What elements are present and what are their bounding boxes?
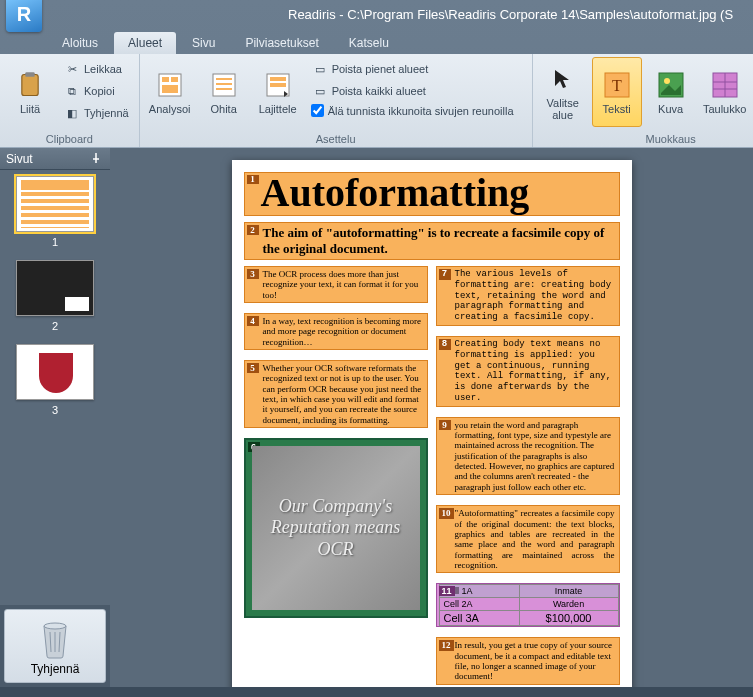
delete-small-icon: ▭ [312,61,328,77]
tab-home[interactable]: Aloitus [48,32,112,54]
svg-rect-5 [162,85,178,93]
table-zone-label: Taulukko [703,103,746,115]
clear-label: Tyhjennä [84,107,129,119]
page-thumbnails: 1 2 3 [0,170,110,605]
group-layout: Analysoi Ohita Lajittele ▭Poista pienet … [140,54,533,147]
app-icon: R [6,0,42,32]
tab-page[interactable]: Sivu [178,32,229,54]
copy-button[interactable]: ⧉Kopioi [59,81,134,101]
page-number-3: 3 [6,404,104,416]
zone-12[interactable]: 12In result, you get a true copy of your… [436,637,620,684]
table-cell: Warden [519,598,618,611]
svg-rect-0 [22,74,38,95]
analyze-button[interactable]: Analysoi [145,57,195,127]
zone-7[interactable]: 7The various levels of formatting are: c… [436,266,620,326]
no-windows-checkbox[interactable]: Älä tunnista ikkunoita sivujen reunoilla [307,103,527,118]
group-edit: Valitse alue TTeksti Kuva Taulukko Viiva… [533,54,753,147]
tab-cloud[interactable]: Pilviasetukset [231,32,332,54]
empty-button[interactable]: Tyhjennä [4,609,106,683]
zone-1-text: Autoformatting [261,170,530,215]
page-thumbnail-2[interactable] [16,260,94,316]
zone-6-image: Our Company's Reputation means OCR [252,446,420,610]
ribbon-tabs: Aloitus Alueet Sivu Pilviasetukset Katse… [0,28,753,54]
cut-button[interactable]: ✂Leikkaa [59,59,134,79]
zone-5-text: Whether your OCR software reformats the … [263,363,422,425]
analyze-icon [154,69,186,101]
title-bar: R Readiris - C:\Program Files\Readiris C… [0,0,753,28]
table-zone-icon [709,69,741,101]
table-cell: Inmate [519,585,618,598]
ignore-label: Ohita [211,103,237,115]
svg-point-16 [664,78,670,84]
zone-8-text: Creating body text means no formatting i… [455,339,612,403]
ribbon: Liitä ✂Leikkaa ⧉Kopioi ◧Tyhjennä Clipboa… [0,54,753,148]
zone-6[interactable]: 6Our Company's Reputation means OCR [244,438,428,618]
page-view[interactable]: 1Autoformatting 2The aim of "autoformatt… [110,148,753,687]
group-edit-label: Muokkaus [538,131,753,147]
group-layout-label: Asettelu [145,131,527,147]
zone-5[interactable]: 5Whether your OCR software reformats the… [244,360,428,428]
text-zone-button[interactable]: TTeksti [592,57,642,127]
table-cell: Cell 2A [439,598,519,611]
zone-10[interactable]: 10"Autoformatting" recreates a facsimile… [436,505,620,573]
pages-panel-title: Sivut [6,152,33,166]
analyze-label: Analysoi [149,103,191,115]
sort-button[interactable]: Lajittele [253,57,303,127]
page-thumbnail-3[interactable] [16,344,94,400]
eraser-icon: ◧ [64,105,80,121]
window-title: Readiris - C:\Program Files\Readiris Cor… [288,7,733,22]
table-cell: Cell 3A [439,611,519,626]
zone-3[interactable]: 3The OCR process does more than just rec… [244,266,428,303]
zone-4[interactable]: 4In a way, text recognition is becoming … [244,313,428,350]
pages-panel: Sivut 1 2 3 Tyhjennä [0,148,110,687]
sort-icon [262,69,294,101]
clipboard-icon [14,69,46,101]
text-zone-icon: T [601,69,633,101]
ignore-button[interactable]: Ohita [199,57,249,127]
delete-all-icon: ▭ [312,83,328,99]
no-windows-label: Älä tunnista ikkunoita sivujen reunoilla [328,105,514,117]
delete-small-zones-button[interactable]: ▭Poista pienet alueet [307,59,527,79]
ignore-icon [208,69,240,101]
zone-4-text: In a way, text recognition is becoming m… [263,316,421,347]
svg-rect-3 [162,77,169,82]
zone-2-text: The aim of "autoformatting" is to recrea… [263,225,605,256]
zone-7-text: The various levels of formatting are: cr… [455,269,612,322]
zone-1[interactable]: 1Autoformatting [244,172,620,216]
zone-9-text: you retain the word and paragraph format… [455,420,615,492]
image-zone-label: Kuva [658,103,683,115]
no-windows-check-input[interactable] [311,104,324,117]
svg-rect-4 [171,77,178,82]
pages-panel-header: Sivut [0,148,110,170]
pin-icon[interactable] [90,152,104,166]
svg-rect-11 [270,77,286,81]
tab-view[interactable]: Katselu [335,32,403,54]
tab-zones[interactable]: Alueet [114,32,176,54]
page-number-2: 2 [6,320,104,332]
zone-9[interactable]: 9you retain the word and paragraph forma… [436,417,620,495]
zone-8[interactable]: 8Creating body text means no formatting … [436,336,620,407]
paste-button[interactable]: Liitä [5,57,55,127]
text-zone-label: Teksti [603,103,631,115]
delete-all-zones-button[interactable]: ▭Poista kaikki alueet [307,81,527,101]
svg-rect-1 [25,72,34,77]
sort-label: Lajittele [259,103,297,115]
table-zone-button[interactable]: Taulukko [700,57,750,127]
delete-small-label: Poista pienet alueet [332,63,429,75]
zone-11[interactable]: 11 Cell 1AInmate Cell 2AWarden Cell 3A$1… [436,583,620,627]
status-bar [0,687,753,697]
table-cell: $100,000 [519,611,618,626]
zone-3-text: The OCR process does more than just reco… [263,269,419,300]
zone-2[interactable]: 2The aim of "autoformatting" is to recre… [244,222,620,260]
image-zone-button[interactable]: Kuva [646,57,696,127]
document-page: 1Autoformatting 2The aim of "autoformatt… [232,160,632,687]
delete-all-label: Poista kaikki alueet [332,85,426,97]
paste-label: Liitä [20,103,40,115]
page-thumbnail-1[interactable] [16,176,94,232]
zone-10-text: "Autoformatting" recreates a facsimile c… [455,508,615,570]
clear-button[interactable]: ◧Tyhjennä [59,103,134,123]
select-area-button[interactable]: Valitse alue [538,57,588,127]
scissors-icon: ✂ [64,61,80,77]
zone-12-text: In result, you get a true copy of your s… [455,640,612,681]
select-area-label: Valitse alue [539,97,587,121]
